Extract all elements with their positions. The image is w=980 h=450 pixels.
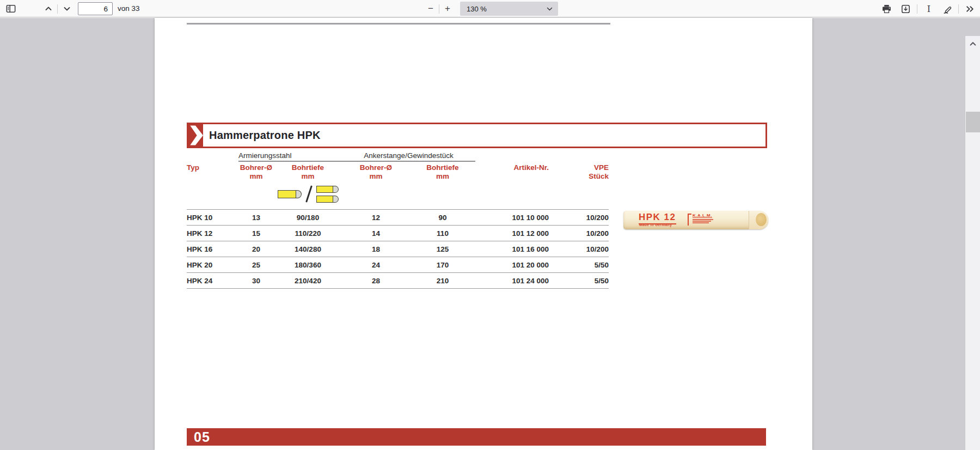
table-row: HPK 1215 110/22014 110101 12 000 10/200 xyxy=(187,226,609,241)
chevron-up-icon xyxy=(44,4,53,13)
sidebar-toggle-icon xyxy=(6,4,16,14)
more-tools-button[interactable] xyxy=(962,1,977,16)
product-table: Armierungsstahl Ankerstange/Gewindestück… xyxy=(187,151,609,289)
page-number-bar: 05 xyxy=(187,428,766,446)
pen-icon xyxy=(943,4,952,14)
column-header-bohrer-2: Bohrer-Ømm xyxy=(342,163,410,181)
zoom-level-select[interactable]: 130 % xyxy=(460,2,558,16)
brand-fine-print xyxy=(693,219,713,223)
column-header-bohrtiefe-2: Bohrtiefemm xyxy=(410,163,475,181)
previous-page-button[interactable] xyxy=(41,1,56,16)
section-title: Hammerpatrone HPK xyxy=(209,124,321,147)
download-icon xyxy=(901,4,910,14)
table-row: HPK 2025 180/36024 170101 20 000 5/50 xyxy=(187,257,609,273)
group-header-ankerstange: Ankerstange/Gewindestück xyxy=(342,151,475,162)
brand-logo-mark xyxy=(688,214,691,226)
printer-icon xyxy=(882,4,891,14)
pdf-viewer-area: Hammerpatrone HPK Armierungsstahl Ankers… xyxy=(0,18,980,450)
column-header-artikel-nr: Artikel-Nr. xyxy=(475,163,549,181)
table-group-header-row: Armierungsstahl Ankerstange/Gewindestück xyxy=(187,151,609,161)
sidebar-toggle-button[interactable] xyxy=(3,1,19,16)
previous-content-rule xyxy=(187,23,610,25)
save-button[interactable] xyxy=(898,1,913,16)
table-rows: HPK 1013 90/18012 90101 10 000 10/200 HP… xyxy=(187,209,609,289)
column-header-bohrtiefe-1: Bohrtiefemm xyxy=(274,163,342,181)
made-in-label: Made in Germany xyxy=(639,223,672,227)
brand-name: K.A.L.M. xyxy=(693,213,713,218)
pdf-page: Hammerpatrone HPK Armierungsstahl Ankers… xyxy=(155,18,812,450)
plus-icon: + xyxy=(445,3,450,14)
cartridge-cap xyxy=(749,211,768,229)
table-row: HPK 1013 90/18012 90101 10 000 10/200 xyxy=(187,210,609,226)
minus-icon: − xyxy=(428,3,433,14)
product-image-hpk12: HPK 12 Made in Germany K.A.L.M. xyxy=(623,211,768,229)
double-chevron-right-icon xyxy=(965,4,975,14)
toolbar-divider xyxy=(439,4,439,14)
page-count-label: von 33 xyxy=(118,0,140,17)
zoom-out-button[interactable]: − xyxy=(423,1,438,16)
cartridge-legend-row xyxy=(187,181,609,209)
toolbar-divider xyxy=(57,4,58,14)
column-header-typ: Typ xyxy=(187,163,238,181)
scrollbar-thumb[interactable] xyxy=(966,112,980,132)
brand-logo: K.A.L.M. xyxy=(688,213,713,226)
chevron-down-icon xyxy=(63,4,71,13)
next-page-button[interactable] xyxy=(59,1,75,16)
chevron-down-icon xyxy=(547,4,558,14)
text-selection-tool-button[interactable]: I xyxy=(921,1,936,16)
slash-divider xyxy=(305,185,313,202)
draw-tool-button[interactable] xyxy=(940,1,955,16)
single-cartridge-icon xyxy=(278,190,302,198)
column-header-vpe: VPEStück xyxy=(549,163,609,181)
group-header-armierungsstahl: Armierungsstahl xyxy=(238,151,342,162)
table-header-row: Typ Bohrer-Ømm Bohrtiefemm Bohrer-Ømm Bo… xyxy=(187,163,609,181)
print-button[interactable] xyxy=(879,1,894,16)
zoom-in-button[interactable]: + xyxy=(440,1,455,16)
double-cartridge-icon xyxy=(316,186,339,203)
toolbar-divider xyxy=(917,4,917,14)
text-cursor-icon: I xyxy=(927,4,930,14)
section-banner: Hammerpatrone HPK xyxy=(187,123,767,148)
column-header-bohrer-1: Bohrer-Ømm xyxy=(238,163,274,181)
table-row: HPK 1620 140/28018 125101 16 000 10/200 xyxy=(187,241,609,257)
page-number-label: 05 xyxy=(194,428,210,446)
table-row: HPK 2430 210/42028 210101 24 000 5/50 xyxy=(187,273,609,289)
toolbar-divider xyxy=(958,4,959,14)
page-number-input[interactable] xyxy=(78,2,113,15)
scroll-up-button[interactable] xyxy=(965,37,980,51)
pdf-viewer-toolbar: von 33 − + 130 % I xyxy=(0,0,980,17)
vertical-scrollbar[interactable] xyxy=(965,36,980,450)
chevron-right-icon xyxy=(188,124,203,147)
zoom-level-value: 130 % xyxy=(460,5,547,13)
caret-up-icon xyxy=(969,39,977,49)
